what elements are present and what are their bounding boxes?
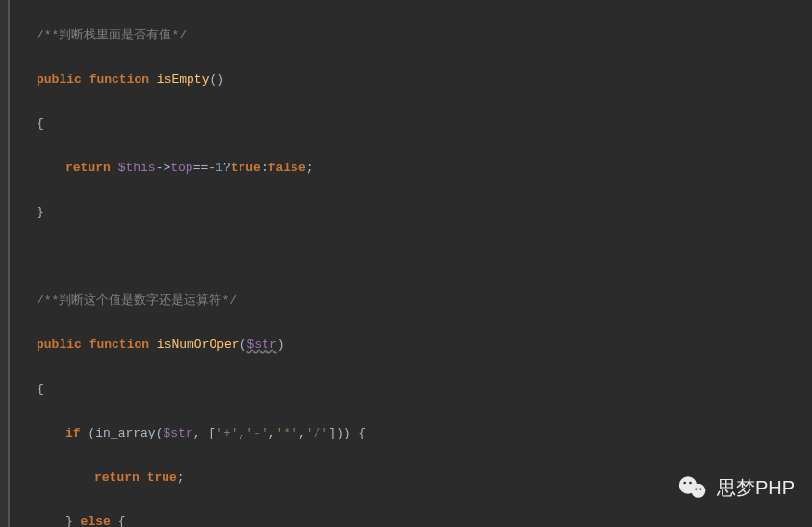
function-name: isEmpty [157,72,210,87]
param-str: $str [247,338,277,352]
keyword-return: return [65,161,111,175]
brace-close: } [37,205,44,219]
gutter [0,0,10,527]
prop-top: top [170,161,192,175]
keyword-if: if [65,426,81,440]
watermark: 思梦PHP [678,473,795,502]
svg-point-2 [683,482,686,485]
keyword-else: else [81,514,111,527]
number: 1 [216,161,223,175]
brace-open: { [37,116,44,131]
string: '+' [216,426,238,440]
bool-true: true [231,161,261,175]
svg-point-5 [699,489,701,490]
wechat-icon [678,473,707,502]
function-name: isNumOrOper [157,338,240,352]
code-editor: /**判断栈里面是否有值*/ public function isEmpty()… [0,0,812,527]
keyword-function: function [89,72,149,87]
fn-inarray: in_array [95,426,155,440]
comment-line: /**判断这个值是数字还是运算符*/ [37,293,237,308]
keyword-public: public [37,72,82,87]
comment-line: /**判断栈里面是否有值*/ [37,28,187,42]
bool-false: false [268,161,306,175]
code-area: /**判断栈里面是否有值*/ public function isEmpty()… [10,0,812,527]
watermark-text: 思梦PHP [717,475,795,501]
svg-point-3 [689,482,692,485]
svg-point-4 [695,489,697,490]
var-this: $this [118,161,156,175]
svg-point-1 [691,484,705,498]
